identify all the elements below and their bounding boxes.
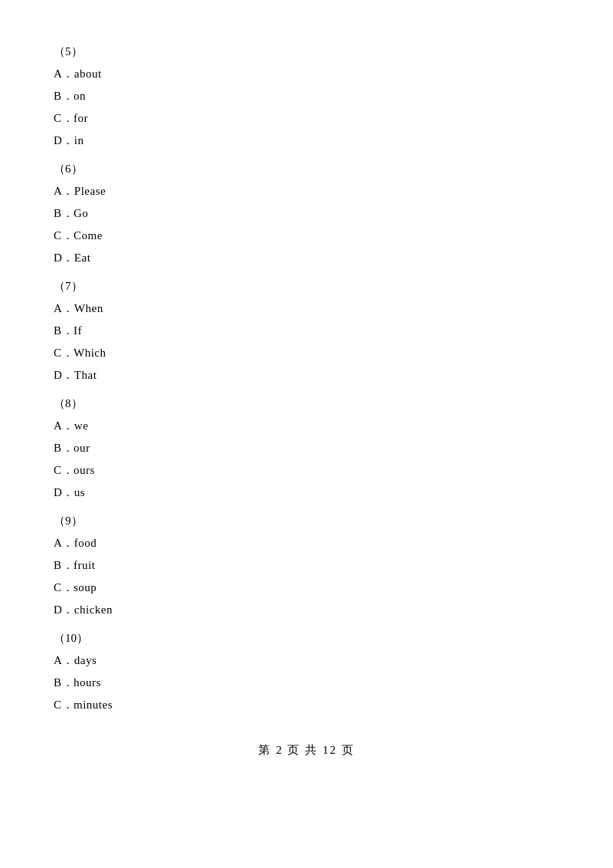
option-4-3: D．chicken <box>54 603 559 617</box>
option-3-0: A．we <box>54 419 559 433</box>
question-number-2: （7） <box>54 279 559 294</box>
question-number-3: （8） <box>54 396 559 411</box>
option-4-2: C．soup <box>54 580 559 595</box>
option-1-2: C．Come <box>54 229 559 243</box>
option-3-3: D．us <box>54 485 559 500</box>
option-5-1: B．hours <box>54 676 559 690</box>
option-0-0: A．about <box>54 67 559 81</box>
option-1-1: B．Go <box>54 206 559 221</box>
option-0-2: C．for <box>54 111 559 126</box>
question-number-5: （10） <box>54 631 559 646</box>
option-1-3: D．Eat <box>54 251 559 265</box>
option-2-0: A．When <box>54 301 559 316</box>
page-footer: 第 2 页 共 12 页 <box>54 743 559 758</box>
option-4-0: A．food <box>54 536 559 551</box>
option-3-1: B．our <box>54 441 559 455</box>
question-number-0: （5） <box>54 44 559 59</box>
question-number-1: （6） <box>54 162 559 176</box>
question-number-4: （9） <box>54 514 559 528</box>
option-2-1: B．If <box>54 324 559 338</box>
option-2-3: D．That <box>54 368 559 383</box>
option-2-2: C．Which <box>54 346 559 360</box>
option-3-2: C．ours <box>54 463 559 478</box>
option-5-2: C．minutes <box>54 698 559 712</box>
footer-text: 第 2 页 共 12 页 <box>258 744 354 756</box>
option-0-1: B．on <box>54 89 559 104</box>
option-4-1: B．fruit <box>54 558 559 573</box>
option-5-0: A．days <box>54 653 559 668</box>
option-0-3: D．in <box>54 133 559 148</box>
option-1-0: A．Please <box>54 184 559 199</box>
